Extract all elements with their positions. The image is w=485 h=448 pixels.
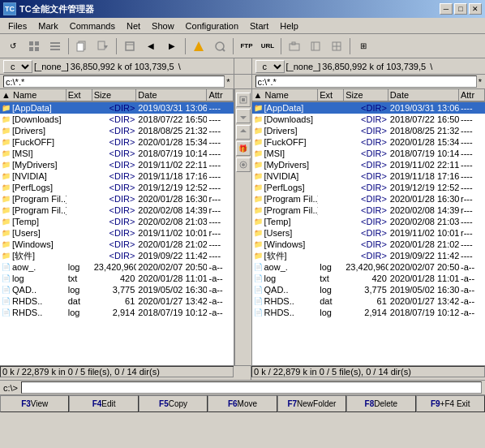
menu-item-help[interactable]: Help [275,20,303,32]
fn-btn-f7[interactable]: F7 NewFolder [277,395,346,412]
mid-btn2[interactable] [236,109,251,123]
file-row[interactable]: 📁[Program Fil..]<DIR>2020/01/28 16:30r--… [252,193,486,205]
tb-icon9[interactable]: ⊞ [354,37,373,55]
menu-item-configuration[interactable]: Configuration [181,20,243,32]
file-row[interactable]: 📁[NVIDIA]<DIR>2019/11/18 17:16---- [252,170,486,182]
tb-icon2[interactable] [45,37,65,55]
file-row[interactable]: 📁[Windows]<DIR>2020/01/28 21:02---- [0,239,234,250]
file-row[interactable]: 📄logtxt4202020/01/28 11:01-a-- [252,273,486,284]
right-col-date-header[interactable]: Date [388,89,459,101]
file-name: 📄QAD.. [0,285,67,295]
fn-btn-f3[interactable]: F3 View [0,395,69,412]
file-row[interactable]: 📁[PerfLogs]<DIR>2019/12/19 12:52---- [252,182,486,193]
file-row[interactable]: 📄aow_.log23,420,9602020/02/07 20:50-a-- [0,261,234,273]
file-row[interactable]: 📄RHDS..dat612020/01/27 13:42-a-- [252,295,486,307]
right-col-size-header[interactable]: Size [344,89,388,101]
right-col-name-header[interactable]: ▲ Name [252,89,319,101]
tb-icon1[interactable] [24,37,44,55]
file-row[interactable]: 📄QAD..log3,7752019/05/02 16:30-a-- [0,284,234,295]
file-row[interactable]: 📁[Program Fil..]<DIR>2020/02/08 14:39r--… [252,205,486,216]
menu-item-mark[interactable]: Mark [33,20,62,32]
file-row[interactable]: 📁[Downloads]<DIR>2018/07/22 16:50---- [252,114,486,125]
toolbar: ↺ ◀ ▶ FTP URL ⊞ [0,34,485,58]
fn-btn-f4[interactable]: F4 Edit [69,395,138,412]
file-row[interactable]: 📁[Temp]<DIR>2020/02/08 21:03---- [252,216,486,227]
file-row[interactable]: 📁[Users]<DIR>2019/11/02 10:01r--- [0,227,234,239]
mid-btn4[interactable]: 🎁 [236,141,251,156]
tb-icon3[interactable] [120,37,139,55]
fn-btn-f6[interactable]: F6 Move [208,395,277,412]
file-row[interactable]: 📁[Drivers]<DIR>2018/08/25 21:32---- [252,125,486,136]
file-row[interactable]: 📁[MSI]<DIR>2018/07/19 10:14---- [0,148,234,159]
mid-btn3[interactable] [236,125,251,140]
ftp-button[interactable]: FTP [237,37,256,55]
cmd-input[interactable] [21,381,482,394]
col-name-header[interactable]: ▲ Name [0,89,67,101]
file-row[interactable]: 📄RHDS..log2,9142018/07/19 10:12-a-- [0,307,234,318]
col-attr-header[interactable]: Attr [207,89,233,101]
file-attr: -a-- [207,262,233,272]
maximize-button[interactable]: □ [454,3,467,15]
right-path-star: * [479,77,482,87]
col-date-header[interactable]: Date [136,89,207,101]
file-row[interactable]: 📁[MSI]<DIR>2018/07/19 10:14---- [252,148,486,159]
file-row[interactable]: 📁[软件]<DIR>2019/09/22 11:42---- [252,250,486,261]
tb-icon7[interactable] [306,37,325,55]
file-row[interactable]: 📄logtxt4202020/01/28 11:01-a-- [0,273,234,284]
menu-item-files[interactable]: Files [3,20,32,32]
menu-item-show[interactable]: Show [147,20,179,32]
minimize-button[interactable]: ─ [440,3,453,15]
fn-btn-f5[interactable]: F5 Copy [139,395,208,412]
menu-item-start[interactable]: Start [245,20,273,32]
file-row[interactable]: 📁[Program Fil..]<DIR>2020/01/28 16:30r--… [0,193,234,205]
fn-btn-f9[interactable]: F9+F4 Exit [416,395,485,412]
right-path-input[interactable] [255,75,477,88]
file-row[interactable]: 📁[AppData]<DIR>2019/03/31 13:06---- [0,102,234,114]
file-row[interactable]: 📁[Users]<DIR>2019/11/02 10:01r--- [252,227,486,239]
file-row[interactable]: 📁[MyDrivers]<DIR>2019/11/02 22:11---- [252,159,486,170]
right-drive-selector[interactable]: c [255,60,285,73]
file-date: 2020/01/27 13:42 [136,296,207,306]
file-row[interactable]: 📁[FuckOFF]<DIR>2020/01/28 15:34---- [252,136,486,148]
back-button[interactable]: ↺ [3,37,23,55]
file-row[interactable]: 📁[Downloads]<DIR>2018/07/22 16:50---- [0,114,234,125]
tb-icon5[interactable] [210,37,230,55]
menu-item-net[interactable]: Net [122,20,145,32]
file-row[interactable]: 📁[FuckOFF]<DIR>2020/01/28 15:34---- [0,136,234,148]
file-row[interactable]: 📄RHDS..log2,9142018/07/19 10:12-a-- [252,307,486,318]
file-row[interactable]: 📄QAD..log3,7752019/05/02 16:30-a-- [252,284,486,295]
file-row[interactable]: 📄aow_.log23,420,9602020/02/07 20:50-a-- [252,261,486,273]
file-row[interactable]: 📁[AppData]<DIR>2019/03/31 13:06---- [252,102,486,114]
fn-btn-f8[interactable]: F8 Delete [346,395,415,412]
url-button[interactable]: URL [258,37,277,55]
menu-item-commands[interactable]: Commands [65,20,120,32]
tb-icon6[interactable] [285,37,304,55]
file-row[interactable]: 📁[PerfLogs]<DIR>2019/12/19 12:52---- [0,182,234,193]
file-row[interactable]: 📁[Drivers]<DIR>2018/08/25 21:32---- [0,125,234,136]
file-row[interactable]: 📄RHDS..dat612020/01/27 13:42-a-- [0,295,234,307]
copy-button[interactable] [72,37,92,55]
file-row[interactable]: 📁[软件]<DIR>2019/09/22 11:42---- [0,250,234,261]
close-button[interactable]: ✕ [469,3,482,15]
left-arrow[interactable]: ◀ [141,37,161,55]
right-col-attr-header[interactable]: Attr [459,89,485,101]
right-file-list[interactable]: 📁[AppData]<DIR>2019/03/31 13:06----📁[Dow… [252,102,486,365]
right-col-ext-header[interactable]: Ext [318,89,344,101]
left-path-input[interactable] [3,75,225,88]
tb-icon8[interactable] [327,37,346,55]
left-drive-selector[interactable]: c [3,60,32,73]
mid-btn1[interactable] [236,93,251,107]
right-arrow[interactable]: ▶ [162,37,182,55]
file-row[interactable]: 📁[MyDrivers]<DIR>2019/11/02 22:11---- [0,159,234,170]
mid-btn5[interactable] [236,157,251,172]
col-ext-header[interactable]: Ext [67,89,92,101]
file-row[interactable]: 📁[Temp]<DIR>2020/02/08 21:03---- [0,216,234,227]
file-row[interactable]: 📁[Program Fil..]<DIR>2020/02/08 14:39r--… [0,205,234,216]
tb-icon4[interactable] [189,37,208,55]
file-row[interactable]: 📁[Windows]<DIR>2020/01/28 21:02---- [252,239,486,250]
col-size-header[interactable]: Size [92,89,137,101]
move-button[interactable] [93,37,113,55]
file-row[interactable]: 📁[NVIDIA]<DIR>2019/11/18 17:16---- [0,170,234,182]
file-attr: -a-- [207,308,233,317]
left-file-list[interactable]: 📁[AppData]<DIR>2019/03/31 13:06----📁[Dow… [0,102,234,365]
